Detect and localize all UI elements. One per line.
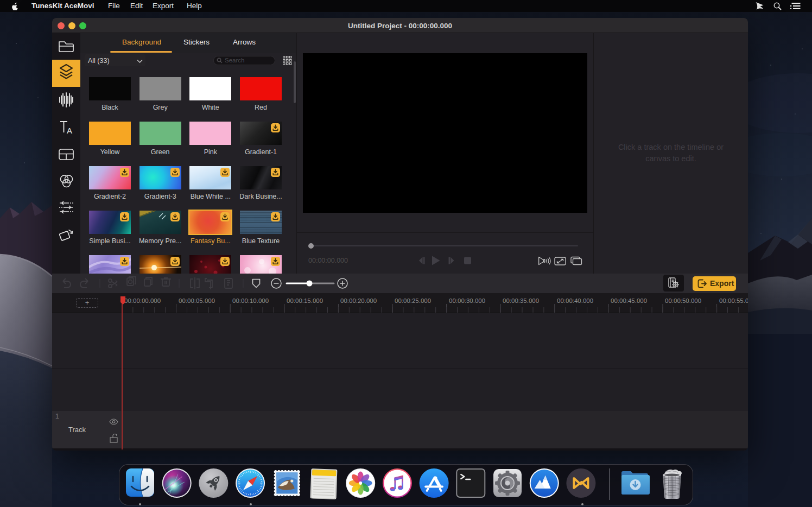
svg-text:A: A: [67, 126, 72, 135]
